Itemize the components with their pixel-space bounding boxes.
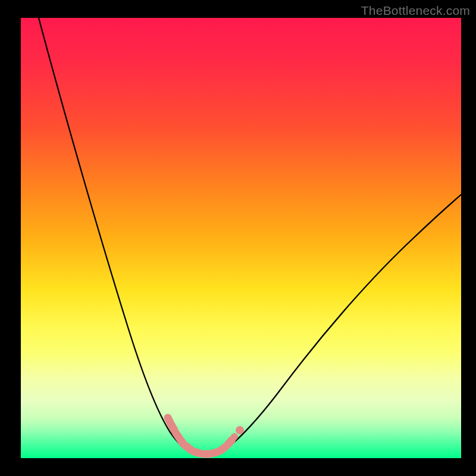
svg-line-9 bbox=[228, 440, 232, 444]
svg-point-10 bbox=[236, 426, 244, 434]
svg-line-5 bbox=[194, 452, 200, 453]
plot-area bbox=[21, 18, 461, 458]
chart-frame: TheBottleneck.com bbox=[0, 0, 476, 476]
svg-point-11 bbox=[231, 433, 238, 440]
watermark-text: TheBottleneck.com bbox=[361, 4, 470, 18]
curve-layer bbox=[21, 18, 461, 458]
curve-left-branch bbox=[39, 18, 193, 453]
valley-markers bbox=[168, 418, 244, 454]
curve-right-branch bbox=[217, 195, 461, 454]
svg-line-8 bbox=[221, 447, 226, 450]
